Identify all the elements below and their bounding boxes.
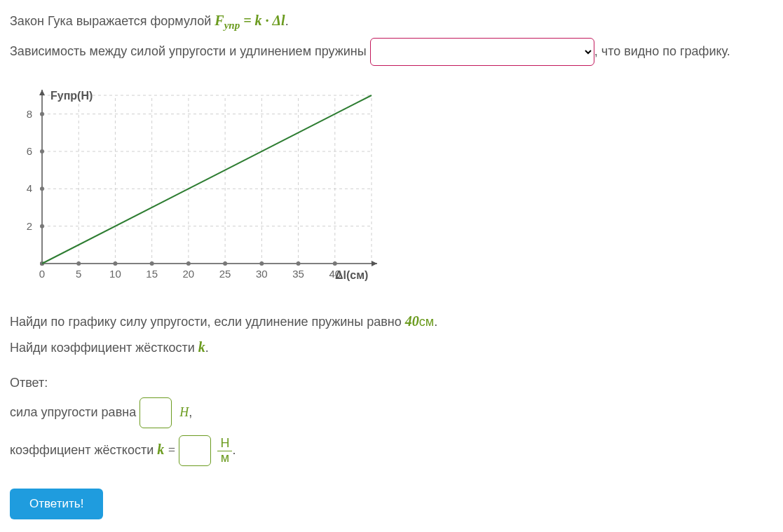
svg-text:5: 5	[76, 268, 81, 280]
formula-dot: ·	[262, 13, 273, 28]
task-k-pre: Найди коэффициент жёсткости	[10, 341, 198, 355]
task-force-post: .	[434, 315, 437, 329]
svg-point-34	[333, 261, 337, 266]
formula-eq: =	[240, 13, 254, 28]
submit-button[interactable]: Ответить!	[10, 489, 103, 519]
answer-k-eq: =	[164, 443, 179, 457]
svg-point-37	[40, 224, 44, 229]
dependency-post: , что видно по графику.	[594, 44, 730, 58]
svg-text:25: 25	[219, 268, 231, 280]
svg-point-26	[186, 261, 191, 266]
answer-force-post: ,	[189, 405, 192, 419]
svg-text:15: 15	[146, 268, 158, 280]
answer-force-unit: Н	[179, 405, 189, 419]
svg-text:Δl(см): Δl(см)	[335, 269, 368, 281]
formula-sub: упр	[224, 20, 240, 31]
k-input[interactable]	[179, 435, 211, 466]
svg-text:8: 8	[27, 108, 32, 120]
chart-svg: 05101520253035402468Fупр(Н)Δl(см)	[10, 81, 388, 295]
dependency-pre: Зависимость между силой упругости и удли…	[10, 44, 370, 58]
answer-label: Ответ:	[10, 374, 773, 393]
chart: 05101520253035402468Fупр(Н)Δl(см)	[10, 81, 773, 295]
answer-k-pre: коэффициент жёсткости	[10, 443, 157, 457]
task-force-value: 40	[405, 313, 419, 329]
task-force-unit: см	[419, 315, 434, 329]
task-k-symbol: k	[198, 339, 205, 355]
unit-fraction: Н м	[217, 437, 232, 465]
dependency-dropdown[interactable]	[370, 38, 594, 66]
intro-period: .	[285, 14, 289, 28]
svg-point-30	[259, 261, 264, 266]
intro-line: Закон Гука выражается формулой Fупр = k …	[10, 10, 773, 34]
answer-k-post: .	[232, 443, 236, 457]
task-k: Найди коэффициент жёсткости k.	[10, 336, 773, 358]
svg-marker-16	[372, 261, 377, 266]
answer-force-row: сила упругости равна Н,	[10, 397, 773, 428]
svg-point-28	[223, 261, 227, 266]
dependency-line: Зависимость между силой упругости и удли…	[10, 38, 773, 66]
svg-point-24	[150, 261, 154, 266]
intro-text: Закон Гука выражается формулой	[10, 14, 215, 28]
formula-k: k	[255, 13, 262, 28]
task-force-pre: Найди по графику силу упругости, если уд…	[10, 315, 405, 329]
answer-k-symbol: k	[157, 442, 164, 457]
hooke-formula: Fупр = k · Δl	[215, 13, 285, 28]
unit-num: Н	[217, 437, 232, 451]
formula-f: F	[215, 13, 224, 28]
svg-text:10: 10	[109, 268, 121, 280]
svg-point-20	[76, 261, 81, 266]
svg-text:2: 2	[27, 220, 32, 232]
svg-line-47	[42, 95, 372, 264]
force-input[interactable]	[139, 397, 172, 428]
svg-text:Fупр(Н): Fупр(Н)	[50, 90, 93, 102]
answer-force-pre: сила упругости равна	[10, 405, 139, 419]
svg-marker-17	[39, 90, 45, 95]
unit-den: м	[217, 451, 232, 465]
svg-text:6: 6	[27, 145, 32, 157]
formula-dl: Δl	[273, 13, 285, 28]
svg-point-43	[40, 112, 44, 116]
answer-k-row: коэффициент жёсткости k = Н м .	[10, 435, 773, 466]
svg-point-41	[40, 149, 44, 154]
svg-point-32	[297, 261, 301, 266]
svg-point-22	[113, 261, 117, 266]
svg-text:4: 4	[27, 183, 32, 195]
svg-text:0: 0	[39, 268, 45, 280]
task-k-post: .	[205, 341, 209, 355]
svg-text:30: 30	[256, 268, 268, 280]
svg-point-39	[40, 187, 44, 191]
svg-text:35: 35	[292, 268, 304, 280]
task-force: Найди по графику силу упругости, если уд…	[10, 311, 773, 332]
svg-text:20: 20	[183, 268, 195, 280]
